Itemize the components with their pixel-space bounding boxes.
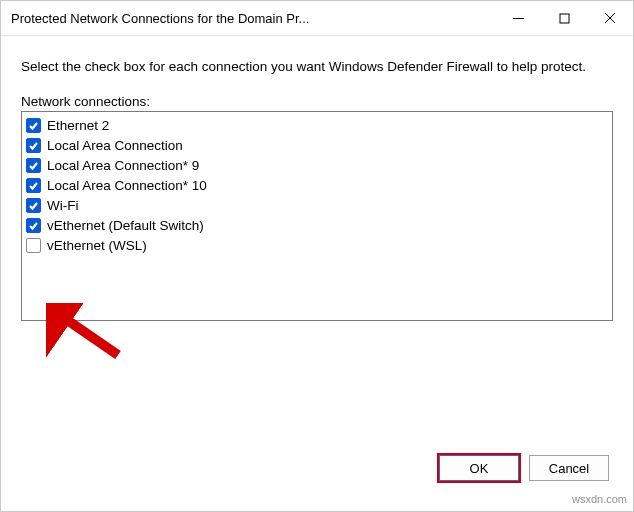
connection-row[interactable]: Wi-Fi xyxy=(26,196,608,216)
connection-label: Ethernet 2 xyxy=(47,116,109,136)
connection-checkbox[interactable] xyxy=(26,158,41,173)
connection-row[interactable]: vEthernet (Default Switch) xyxy=(26,216,608,236)
svg-rect-1 xyxy=(560,14,569,23)
connection-row[interactable]: Local Area Connection* 10 xyxy=(26,176,608,196)
connections-listbox[interactable]: Ethernet 2Local Area ConnectionLocal Are… xyxy=(21,111,613,321)
watermark: wsxdn.com xyxy=(572,493,627,505)
connection-row[interactable]: Local Area Connection* 9 xyxy=(26,156,608,176)
connection-checkbox[interactable] xyxy=(26,118,41,133)
cancel-button[interactable]: Cancel xyxy=(529,455,609,481)
close-icon xyxy=(604,12,616,24)
dialog-window: Protected Network Connections for the Do… xyxy=(0,0,634,512)
connection-row[interactable]: vEthernet (WSL) xyxy=(26,236,608,256)
title-bar: Protected Network Connections for the Do… xyxy=(1,1,633,36)
minimize-button[interactable] xyxy=(495,1,541,35)
minimize-icon xyxy=(513,13,524,24)
check-icon xyxy=(28,160,39,171)
dialog-body: Select the check box for each connection… xyxy=(1,36,633,511)
maximize-icon xyxy=(559,13,570,24)
connection-label: Wi-Fi xyxy=(47,196,78,216)
ok-button[interactable]: OK xyxy=(439,455,519,481)
connection-label: Local Area Connection* 10 xyxy=(47,176,207,196)
window-controls xyxy=(495,1,633,35)
check-icon xyxy=(28,180,39,191)
check-icon xyxy=(28,140,39,151)
connection-row[interactable]: Local Area Connection xyxy=(26,136,608,156)
connection-label: Local Area Connection* 9 xyxy=(47,156,199,176)
button-row: OK Cancel xyxy=(439,455,609,481)
connection-checkbox[interactable] xyxy=(26,198,41,213)
window-title: Protected Network Connections for the Do… xyxy=(11,11,309,26)
close-button[interactable] xyxy=(587,1,633,35)
connection-checkbox[interactable] xyxy=(26,218,41,233)
connection-label: vEthernet (Default Switch) xyxy=(47,216,204,236)
check-icon xyxy=(28,220,39,231)
check-icon xyxy=(28,200,39,211)
connection-row[interactable]: Ethernet 2 xyxy=(26,116,608,136)
list-label: Network connections: xyxy=(21,94,613,109)
instruction-text: Select the check box for each connection… xyxy=(21,58,613,76)
connection-checkbox[interactable] xyxy=(26,178,41,193)
connection-label: vEthernet (WSL) xyxy=(47,236,147,256)
connection-checkbox[interactable] xyxy=(26,138,41,153)
maximize-button[interactable] xyxy=(541,1,587,35)
connection-checkbox[interactable] xyxy=(26,238,41,253)
check-icon xyxy=(28,120,39,131)
connection-label: Local Area Connection xyxy=(47,136,183,156)
